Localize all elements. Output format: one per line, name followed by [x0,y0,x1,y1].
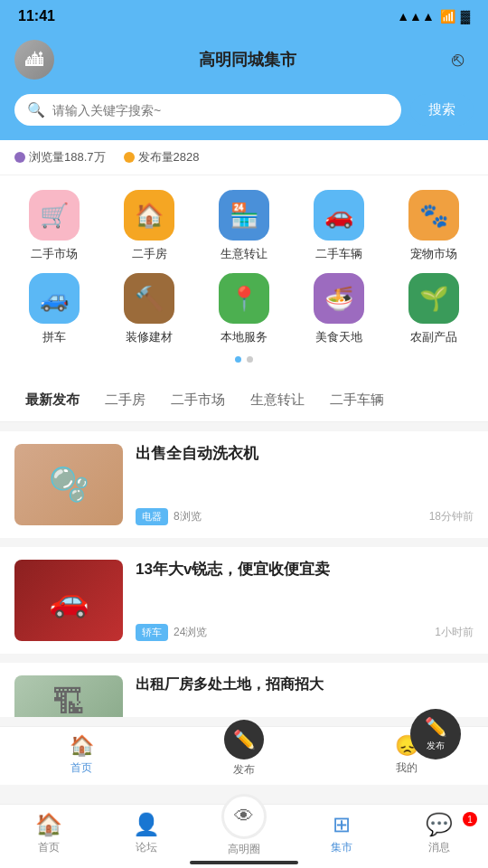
fab-publish[interactable]: ✏️ 发布 [410,709,461,760]
forum-nav-icon: 👤 [133,812,160,837]
stats-bar: 浏览量188.7万 发布量2828 [0,140,488,175]
inner-tab-home-label: 首页 [70,760,92,776]
inner-tab-publish-label: 发布 [233,762,255,778]
category-local-service[interactable]: 📍 本地服务 [203,273,285,345]
listing-title: 13年大v锐志，便宜收便宜卖 [136,560,474,580]
search-area: 🔍 搜索 [0,94,488,140]
status-icons: ▲▲▲ 📶 ▓ [397,9,470,24]
search-icon: 🔍 [27,101,45,118]
listing-views: 24浏览 [174,625,207,640]
search-input[interactable] [52,103,389,118]
category-farm-products[interactable]: 🌱 农副产品 [393,273,474,345]
tab-market[interactable]: 二手市场 [160,388,236,412]
nav-home[interactable]: 🏠 首页 [0,812,98,857]
publish-fab-inner: ✏️ [224,720,264,760]
inner-tab-publish[interactable]: ✏️ 发布 [163,734,325,778]
category-business-transfer[interactable]: 🏪 生意转让 [203,190,285,262]
signal-icon: ▲▲▲ [397,9,435,24]
listing-info: 出租厂房多处土地，招商招大 [136,675,474,704]
market-nav-icon: ⊞ [333,812,351,837]
home-icon: 🏠 [70,734,94,758]
category-section: 🛒 二手市场 🏠 二手房 🏪 生意转让 🚗 二手车辆 🐾 宠物市场 🚙 拼车 🔨… [0,175,488,379]
category-food[interactable]: 🍜 美食天地 [298,273,380,345]
tab-business[interactable]: 生意转让 [239,388,315,412]
nav-message[interactable]: 💬 1 消息 [390,812,488,857]
stat-posts: 发布量2828 [124,149,200,165]
avatar[interactable]: 🏙 [14,40,54,80]
views-dot [14,152,25,163]
inner-tab-home[interactable]: 🏠 首页 [0,734,163,778]
listing-title: 出售全自动洗衣机 [136,444,474,464]
nav-circle[interactable]: 👁 高明圈 [195,812,293,857]
inner-tab-mine[interactable]: 😞 我的 [325,734,488,778]
listing-image-washer: 🫧 [14,444,123,525]
listing-meta: 轿车 24浏览 1小时前 [136,624,474,641]
search-input-wrap: 🔍 [14,94,401,126]
logout-button[interactable]: ⎋ [441,43,474,76]
nav-market-label: 集市 [331,840,352,855]
listings-area: 🫧 出售全自动洗衣机 电器 8浏览 18分钟前 🚗 13年大v锐志，便宜收便宜卖… [0,422,488,726]
category-row-2: 🚙 拼车 🔨 装修建材 📍 本地服务 🍜 美食天地 🌱 农副产品 [0,273,488,356]
listing-image-car: 🚗 [14,560,123,641]
posts-dot [124,152,135,163]
nav-market[interactable]: ⊞ 集市 [293,812,390,857]
nav-message-label: 消息 [428,840,450,855]
listing-card[interactable]: 🏗 出租厂房多处土地，招商招大 [0,663,488,717]
dot-2 [247,356,253,363]
tab-latest[interactable]: 最新发布 [14,388,90,412]
listing-time: 18分钟前 [429,509,474,524]
nav-forum[interactable]: 👤 论坛 [98,812,195,857]
battery-icon: ▓ [461,9,470,24]
app-title: 高明同城集市 [54,49,441,71]
page-dots [0,356,488,372]
dot-1 [235,356,241,363]
tag-electronics: 电器 [136,508,168,525]
tag-car: 轿车 [136,624,168,641]
tabs-bar: 最新发布 二手房 二手市场 生意转让 二手车辆 [0,379,488,422]
category-secondhand-car[interactable]: 🚗 二手车辆 [298,190,380,262]
inner-tab-mine-label: 我的 [396,760,418,776]
nav-forum-label: 论坛 [136,840,157,855]
category-carpool[interactable]: 🚙 拼车 [14,273,95,345]
stat-views: 浏览量188.7万 [14,149,106,165]
listing-info: 出售全自动洗衣机 电器 8浏览 18分钟前 [136,444,474,525]
category-secondhand-market[interactable]: 🛒 二手市场 [14,190,95,262]
category-pet-market[interactable]: 🐾 宠物市场 [393,190,474,262]
status-time: 11:41 [18,8,55,24]
wifi-icon: 📶 [440,9,455,24]
category-row-1: 🛒 二手市场 🏠 二手房 🏪 生意转让 🚗 二手车辆 🐾 宠物市场 [0,190,488,273]
category-renovation[interactable]: 🔨 装修建材 [108,273,190,345]
message-badge: 1 [463,812,477,826]
listing-views: 8浏览 [174,509,202,524]
search-button[interactable]: 搜索 [410,94,474,126]
home-nav-icon: 🏠 [35,812,62,837]
listing-info: 13年大v锐志，便宜收便宜卖 轿车 24浏览 1小时前 [136,560,474,641]
listing-card[interactable]: 🚗 13年大v锐志，便宜收便宜卖 轿车 24浏览 1小时前 [0,547,488,654]
home-indicator [190,861,298,864]
message-nav-icon: 💬 [426,812,453,837]
listing-image-land: 🏗 [14,675,123,717]
listing-title: 出租厂房多处土地，招商招大 [136,675,474,694]
tab-car[interactable]: 二手车辆 [319,388,395,412]
listing-time: 1小时前 [435,625,474,640]
nav-home-label: 首页 [38,840,60,855]
listing-meta: 电器 8浏览 18分钟前 [136,508,474,525]
tab-house[interactable]: 二手房 [94,388,156,412]
fab-icon: ✏️ [425,716,447,738]
listing-card[interactable]: 🫧 出售全自动洗衣机 电器 8浏览 18分钟前 [0,431,488,538]
header: 🏙 高明同城集市 ⎋ [0,33,488,94]
nav-circle-label: 高明圈 [228,842,260,857]
fab-label: 发布 [427,740,445,752]
category-secondhand-house[interactable]: 🏠 二手房 [108,190,190,262]
circle-center-icon: 👁 [221,794,267,839]
bottom-nav: 🏠 首页 👤 论坛 👁 高明圈 ⊞ 集市 💬 1 消息 [0,804,488,868]
status-bar: 11:41 ▲▲▲ 📶 ▓ [0,0,488,33]
